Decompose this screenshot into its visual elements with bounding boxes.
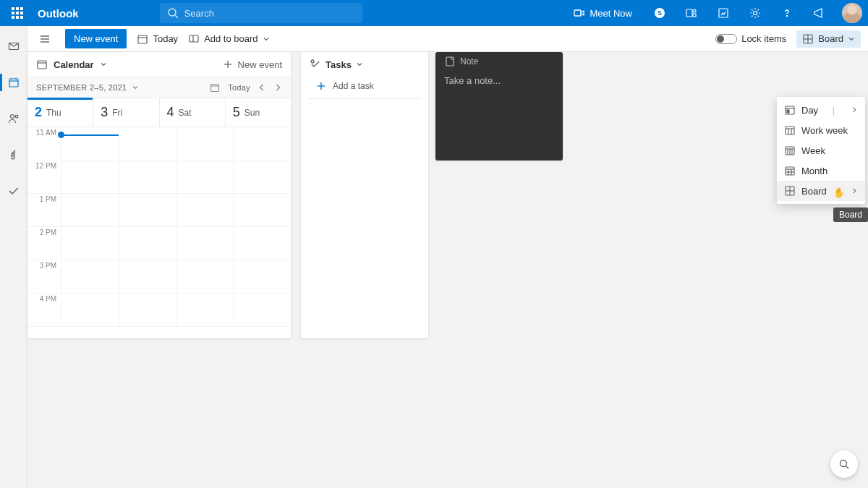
note-header: Note	[435, 52, 563, 71]
svg-line-58	[846, 466, 849, 469]
calendar-today-link[interactable]: Today	[228, 83, 250, 92]
hour-label: 2 PM	[27, 227, 61, 260]
calendar-hour-row[interactable]: 11 AM	[27, 127, 291, 160]
note-widget[interactable]: Note Take a note...	[435, 52, 563, 160]
skype-icon[interactable]: S	[648, 0, 671, 26]
today-button[interactable]: Today	[137, 33, 178, 45]
hour-label: 12 PM	[27, 160, 61, 193]
calendar-day-header[interactable]: 5Sun	[225, 98, 291, 127]
teams-icon[interactable]	[680, 0, 703, 26]
rail-calendar[interactable]	[0, 72, 27, 93]
hour-label: 1 PM	[27, 194, 61, 226]
svg-point-8	[754, 12, 757, 15]
svg-point-6	[693, 9, 696, 12]
suite-header: Outlook Meet Now S	[0, 0, 868, 26]
calendar-range-label: SEPTEMBER 2–5, 2021	[36, 83, 127, 92]
calendar-hour-row[interactable]: 1 PM	[27, 194, 291, 227]
calendar-range-bar: SEPTEMBER 2–5, 2021 Today	[27, 77, 291, 98]
add-task-placeholder: Add a task	[333, 81, 374, 91]
app-launcher-button[interactable]	[6, 1, 29, 25]
view-menu-item-month[interactable]: Month	[777, 160, 865, 181]
cursor-icon: ✋	[833, 187, 845, 198]
plus-icon	[317, 82, 326, 90]
chevron-down-icon[interactable]	[132, 84, 139, 91]
add-task-input[interactable]: Add a task	[308, 77, 421, 99]
chevron-down-icon[interactable]	[356, 61, 363, 68]
search-input[interactable]	[184, 8, 355, 19]
view-menu-label: Board	[801, 186, 827, 197]
zoom-button[interactable]	[830, 450, 858, 478]
calendar-day-header[interactable]: 2Thu	[27, 98, 93, 127]
toggle-switch[interactable]	[715, 34, 737, 44]
note-body[interactable]: Take a note...	[435, 71, 563, 90]
add-to-board-label: Add to board	[204, 33, 258, 44]
view-day-icon	[784, 104, 796, 116]
rail-mail[interactable]	[0, 36, 27, 56]
svg-text:S: S	[658, 9, 662, 17]
meet-now-label: Meet Now	[590, 8, 632, 19]
prev-arrow-icon[interactable]	[258, 83, 266, 92]
calendar-day-header[interactable]: 3Fri	[93, 98, 158, 127]
svg-point-9	[786, 15, 787, 16]
view-menu-item-board[interactable]: Board✋|	[777, 181, 865, 201]
account-avatar[interactable]	[842, 3, 862, 23]
add-to-board-button[interactable]: Add to board	[188, 33, 269, 45]
svg-point-0	[169, 9, 176, 16]
view-menu-label: Month	[801, 166, 827, 176]
day-of-week: Sat	[179, 108, 192, 118]
rail-people[interactable]	[0, 108, 27, 129]
calendar-widget-header: Calendar New event	[27, 52, 291, 77]
video-icon	[574, 7, 585, 19]
chevron-right-icon	[851, 187, 858, 194]
next-arrow-icon[interactable]	[273, 83, 282, 92]
calendar-hour-row[interactable]: 2 PM	[27, 227, 291, 260]
left-rail	[0, 26, 27, 488]
rail-files[interactable]	[0, 145, 27, 165]
svg-rect-36	[446, 57, 454, 66]
search-icon	[167, 7, 179, 19]
megaphone-icon[interactable]	[807, 0, 830, 26]
zoom-icon	[838, 458, 850, 470]
app-name: Outlook	[38, 7, 79, 20]
svg-rect-20	[138, 35, 147, 43]
day-of-week: Sun	[244, 108, 260, 118]
calendar-day-header[interactable]: 4Sat	[159, 98, 225, 127]
calendar-hour-row[interactable]: 12 PM	[27, 160, 291, 194]
help-icon[interactable]	[775, 0, 799, 26]
chevron-down-icon	[848, 35, 855, 43]
calendar-hour-row[interactable]: 3 PM	[27, 260, 291, 294]
lock-items-label: Lock items	[741, 33, 786, 44]
board-canvas[interactable]: Calendar New event SEPTEMBER 2–5, 2021 T…	[27, 52, 868, 488]
tasks-widget[interactable]: Tasks Add a task	[301, 52, 428, 338]
calendar-small-icon[interactable]	[209, 82, 221, 93]
lock-items-toggle[interactable]: Lock items	[715, 33, 786, 44]
svg-point-33	[311, 60, 314, 63]
settings-icon[interactable]	[744, 0, 767, 26]
plus-icon	[222, 59, 234, 70]
day-of-week: Thu	[46, 108, 61, 118]
new-event-button[interactable]: New event	[65, 29, 127, 48]
view-tooltip: Board	[833, 207, 868, 222]
note-icon	[444, 56, 456, 67]
svg-rect-2	[574, 10, 581, 16]
calendar-new-event-button[interactable]: New event	[222, 59, 282, 70]
chevron-down-icon[interactable]	[100, 61, 107, 68]
nav-toggle-button[interactable]	[35, 29, 55, 49]
calendar-widget[interactable]: Calendar New event SEPTEMBER 2–5, 2021 T…	[27, 52, 291, 338]
calendar-grid[interactable]: 11 AM12 PM1 PM2 PM3 PM4 PM	[27, 127, 291, 338]
meet-now-button[interactable]: Meet Now	[566, 0, 639, 26]
view-switcher-button[interactable]: Board	[796, 30, 861, 48]
view-menu-item-week[interactable]: Week	[777, 140, 865, 160]
insights-icon[interactable]	[712, 0, 735, 26]
view-menu-item-work-week[interactable]: Work week	[777, 120, 865, 140]
calendar-hour-row[interactable]: 4 PM	[27, 294, 291, 327]
rail-todo[interactable]	[0, 181, 27, 201]
search-box[interactable]	[160, 3, 362, 23]
view-month-icon	[784, 165, 796, 176]
command-bar: New event Today Add to board Lock items …	[27, 26, 868, 52]
hour-label: 4 PM	[27, 294, 61, 326]
calendar-new-event-label: New event	[238, 59, 282, 70]
hour-label: 3 PM	[27, 260, 61, 293]
view-menu-item-day[interactable]: Day|	[777, 100, 865, 120]
view-menu-label: Work week	[801, 125, 848, 136]
